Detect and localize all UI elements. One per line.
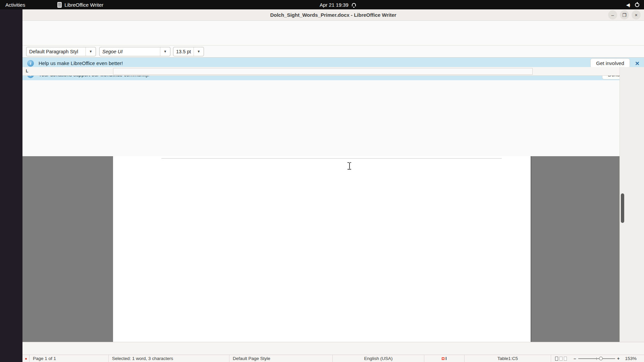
activities-button[interactable]: Activities (5, 2, 25, 8)
writer-app-icon (57, 2, 62, 8)
libreoffice-writer-window: Dolch_Sight_Words_Primer.docx - LibreOff… (22, 9, 644, 362)
table-toolbar (22, 342, 644, 355)
overwrite-icon (442, 357, 444, 360)
document-workspace[interactable] (22, 156, 620, 342)
zoom-out-icon[interactable]: – (574, 356, 576, 361)
tab-stop-selector[interactable]: L (26, 69, 28, 73)
close-infobar-icon[interactable]: × (635, 60, 639, 67)
insert-mode[interactable]: I (424, 355, 465, 362)
text-cursor-pointer (347, 162, 351, 170)
maximize-button[interactable]: ❐ (620, 10, 629, 19)
zoom-percent[interactable]: 153% (625, 356, 637, 361)
minimize-button[interactable]: – (608, 10, 617, 19)
system-top-bar: Activities LibreOffice Writer Apr 21 19:… (0, 0, 644, 9)
chevron-down-icon[interactable]: ▼ (194, 47, 204, 56)
title-bar[interactable]: Dolch_Sight_Words_Primer.docx - LibreOff… (22, 9, 644, 21)
power-icon[interactable] (635, 3, 639, 7)
get-involved-button[interactable]: Get involved (590, 58, 630, 68)
window-title: Dolch_Sight_Words_Primer.docx - LibreOff… (270, 12, 396, 18)
word-count[interactable]: Selected: 1 word, 3 characters (109, 355, 229, 362)
info-icon: i (27, 60, 34, 67)
sight-words-table (161, 158, 502, 159)
single-page-view-icon[interactable] (555, 357, 558, 361)
horizontal-ruler[interactable]: L (22, 67, 620, 76)
status-bar: Page 1 of 1 Selected: 1 word, 3 characte… (22, 355, 644, 362)
text-language[interactable]: English (USA) (333, 355, 424, 362)
sidebar-strip (620, 67, 644, 342)
chevron-down-icon[interactable]: ▼ (160, 47, 170, 56)
page-count[interactable]: Page 1 of 1 (30, 355, 109, 362)
save-status[interactable] (22, 355, 30, 362)
focused-app-name[interactable]: LibreOffice Writer (64, 2, 103, 8)
editing-area: L (22, 67, 620, 342)
vertical-scrollbar[interactable] (621, 193, 624, 223)
zoom-slider[interactable]: – + (574, 356, 620, 361)
font-size-combo[interactable]: 13.5 pt ▼ (173, 47, 204, 56)
chevron-down-icon[interactable]: ▼ (86, 47, 96, 56)
cursor-position[interactable]: Table1:C5 (465, 355, 551, 362)
zoom-slider-thumb[interactable] (599, 357, 603, 360)
page-style[interactable]: Default Page Style (229, 355, 333, 362)
document-page[interactable] (113, 156, 531, 342)
menu-bar (22, 21, 644, 31)
multi-page-view-icon[interactable] (559, 357, 562, 361)
standard-toolbar (22, 31, 644, 46)
formatting-toolbar: Default Paragraph Styl ▼ Segoe UI ▼ 13.5… (22, 46, 644, 58)
notification-bell-icon (352, 3, 356, 6)
font-name-combo[interactable]: Segoe UI ▼ (99, 47, 170, 56)
clock[interactable]: Apr 21 19:39 (320, 2, 356, 8)
paragraph-style-combo[interactable]: Default Paragraph Styl ▼ (26, 47, 96, 56)
close-button[interactable]: × (632, 10, 641, 19)
view-layout (551, 355, 571, 362)
book-view-icon[interactable] (564, 357, 567, 361)
ubuntu-dock (0, 9, 22, 362)
volume-icon[interactable]: ◀) (626, 2, 630, 7)
zoom-in-icon[interactable]: + (617, 356, 620, 361)
